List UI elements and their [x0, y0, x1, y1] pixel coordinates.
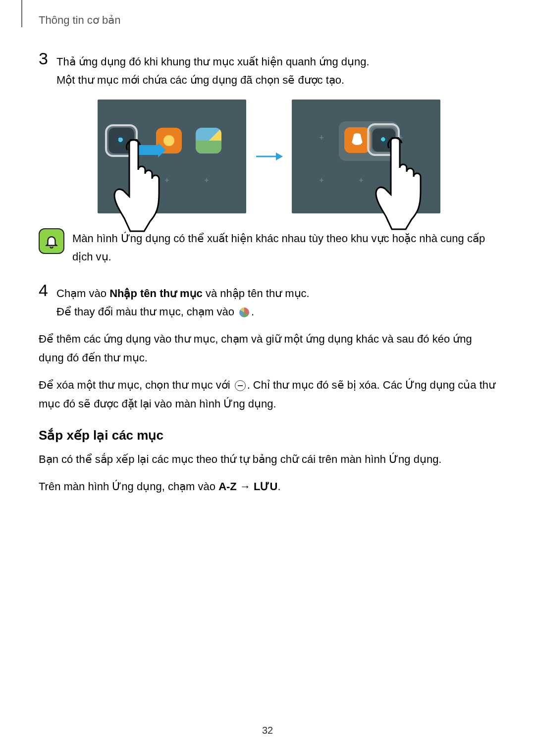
- step4-line1: Chạm vào Nhập tên thư mục và nhập tên th…: [56, 284, 499, 302]
- note-bell-icon: [39, 228, 64, 254]
- transition-arrow-icon: [255, 151, 283, 162]
- section-header: Thông tin cơ bản: [39, 14, 120, 27]
- step3-line2: Một thư mục mới chứa các ứng dụng đã chọ…: [56, 71, 499, 89]
- step-3: 3 Thả ứng dụng đó khi khung thư mục xuất…: [39, 50, 499, 90]
- note-callout: Màn hình Ứng dụng có thể xuất hiện khác …: [39, 228, 499, 266]
- drag-arrow-icon: [136, 145, 159, 155]
- step-body: Thả ứng dụng đó khi khung thư mục xuất h…: [56, 50, 499, 90]
- minus-circle-icon: [234, 380, 246, 392]
- page-number: 32: [0, 725, 535, 736]
- app-icon-gallery: [196, 128, 221, 153]
- step4-line2: Để thay đổi màu thư mục, chạm vào .: [56, 302, 499, 321]
- figure-panel-after: + + + + +: [292, 100, 440, 213]
- rearrange-heading: Sắp xếp lại các mục: [39, 428, 499, 443]
- svg-marker-1: [276, 152, 283, 160]
- step-number: 3: [39, 50, 56, 68]
- add-apps-paragraph: Để thêm các ứng dụng vào thư mục, chạm v…: [39, 330, 499, 367]
- app-icon-camera: [108, 128, 134, 153]
- page-edge-bar: [21, 0, 22, 27]
- step-body: Chạm vào Nhập tên thư mục và nhập tên th…: [56, 281, 499, 321]
- step3-line1: Thả ứng dụng đó khi khung thư mục xuất h…: [56, 52, 499, 71]
- delete-folder-paragraph: Để xóa một thư mục, chọn thư mục với . C…: [39, 376, 499, 413]
- rearrange-p1: Bạn có thể sắp xếp lại các mục theo thứ …: [39, 450, 499, 468]
- page-content: 3 Thả ứng dụng đó khi khung thư mục xuất…: [39, 50, 499, 505]
- instruction-figures: + + + +: [39, 100, 499, 213]
- rearrange-p2: Trên màn hình Ứng dụng, chạm vào A-Z → L…: [39, 477, 499, 496]
- step-number: 4: [39, 281, 56, 300]
- palette-icon: [238, 306, 250, 318]
- app-icon-contact: [344, 127, 370, 153]
- figure-panel-before: + + + +: [98, 100, 246, 213]
- note-text: Màn hình Ứng dụng có thể xuất hiện khác …: [72, 228, 499, 266]
- step-4: 4 Chạm vào Nhập tên thư mục và nhập tên …: [39, 281, 499, 321]
